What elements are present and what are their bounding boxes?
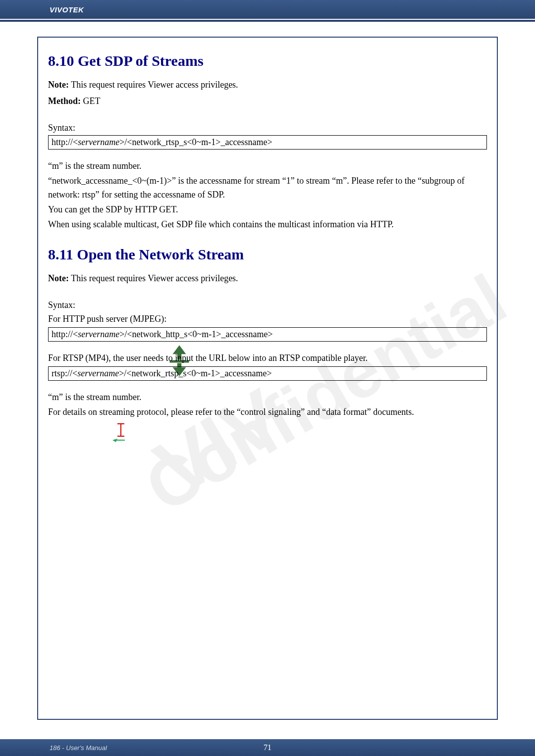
para-m-stream-2: “m” is the stream number.: [48, 391, 487, 404]
code-box-3: rtsp://<servername>/<network_rtsp_s<0~m-…: [48, 366, 487, 381]
code-box-2: http://<servername>/<network_http_s<0~m-…: [48, 327, 487, 342]
note-text-1: This request requires Viewer access priv…: [69, 80, 238, 90]
code3-prefix: rtsp://<: [52, 368, 77, 378]
code1-suffix: >/<network_rtsp_s<0~m-1>_accessname>: [119, 137, 272, 147]
section-title-8-11: 8.11 Open the Network Stream: [48, 246, 487, 263]
para-block-1: “m” is the stream number. “network_acces…: [48, 159, 487, 231]
mjpeg-label: For HTTP push server (MJPEG):: [48, 312, 487, 326]
para-accessname: “network_accessname_<0~(m-1)>” is the ac…: [48, 174, 487, 202]
footer-page-info: 186 - User's Manual: [50, 744, 107, 752]
para-http-get: You can get the SDP by HTTP GET.: [48, 203, 487, 217]
code2-prefix: http://<: [52, 329, 78, 339]
method-label: Method:: [48, 96, 81, 106]
method-line: Method: GET: [48, 95, 487, 108]
syntax-label-1: Syntax:: [48, 123, 487, 133]
cursor-edit-icon: [110, 421, 132, 444]
note-label-1: Note:: [48, 80, 69, 90]
syntax-label-2: Syntax:: [48, 300, 487, 310]
para-m-stream: “m” is the stream number.: [48, 159, 487, 173]
note-line-2: Note: This request requires Viewer acces…: [48, 272, 487, 285]
note-text-2: This request requires Viewer access priv…: [69, 273, 238, 283]
para-details: For details on streaming protocol, pleas…: [48, 405, 487, 419]
method-value: GET: [81, 96, 101, 106]
code1-prefix: http://<: [52, 137, 78, 147]
header-bar: VIVOTEK: [0, 0, 535, 19]
section-title-8-10: 8.10 Get SDP of Streams: [48, 52, 487, 69]
code2-servername: servername: [78, 329, 119, 339]
code2-suffix: >/<network_http_s<0~m-1>_accessname>: [119, 329, 272, 339]
note-line-1: Note: This request requires Viewer acces…: [48, 78, 487, 92]
code3-servername: servername: [77, 368, 119, 378]
para-multicast: When using scalable multicast, Get SDP f…: [48, 218, 487, 232]
footer-bar: 186 - User's Manual 71: [0, 739, 535, 756]
brand-logo: VIVOTEK: [50, 5, 84, 14]
rtsp-label: For RTSP (MP4), the user needs to input …: [48, 352, 487, 365]
header-divider: [0, 20, 535, 22]
note-label-2: Note:: [48, 273, 69, 283]
code3-suffix: >/<network_rtsp_s<0~m-1>_accessname>: [119, 368, 271, 378]
code1-servername: servername: [78, 137, 119, 147]
footer-center-page: 71: [264, 743, 271, 752]
content-frame: Confidential VIV 8.10 Get SDP of Streams…: [37, 37, 498, 720]
code-box-1: http://<servername>/<network_rtsp_s<0~m-…: [48, 135, 487, 150]
